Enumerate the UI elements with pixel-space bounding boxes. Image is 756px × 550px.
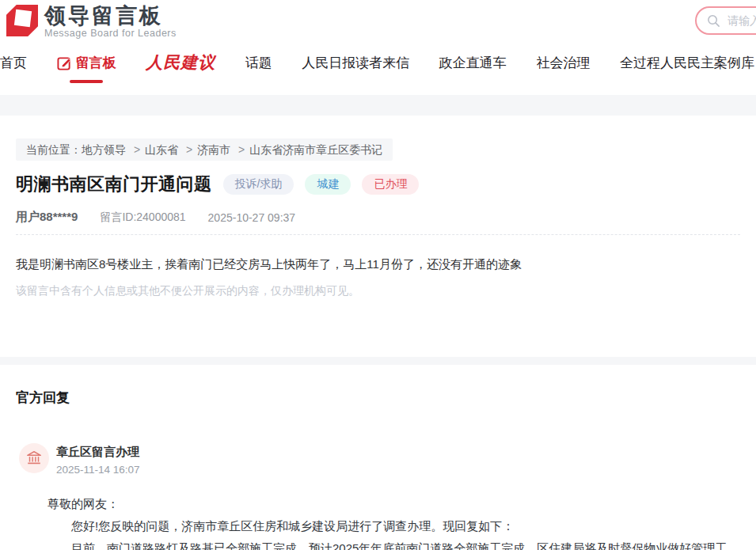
- nav-item-topics[interactable]: 话题: [245, 54, 272, 74]
- logo-square-icon: [6, 5, 38, 36]
- tag-status-handled: 已办理: [362, 174, 419, 195]
- breadcrumb-item-local-leaders[interactable]: 地方领导: [82, 143, 126, 156]
- nav-item-democracy-cases[interactable]: 全过程人民民主案例库: [620, 54, 754, 74]
- nav-label: 人民建议: [146, 51, 215, 74]
- reply-paragraph: 尊敬的网友：: [47, 493, 740, 515]
- nav-label: 人民日报读者来信: [302, 54, 409, 72]
- nav-label: 话题: [245, 54, 272, 72]
- message-title: 明澜书南区南门开通问题: [16, 173, 212, 196]
- message-detail: 当前位置：地方领导 >山东省 >济南市 >山东省济南市章丘区委书记 明澜书南区南…: [0, 116, 756, 298]
- search-input[interactable]: [728, 14, 756, 27]
- reply-author: 章丘区留言办理: [56, 445, 140, 460]
- site-logo[interactable]: 领导留言板 Message Board for Leaders: [6, 5, 756, 39]
- nav-label: 留言板: [76, 54, 116, 72]
- breadcrumb-item-district-secretary[interactable]: 山东省济南市章丘区委书记: [249, 143, 382, 156]
- avatar: [19, 443, 49, 473]
- government-building-icon: [25, 449, 43, 467]
- nav-item-gov-business[interactable]: 政企直通车: [439, 54, 507, 74]
- nav-item-home[interactable]: 首页: [0, 54, 27, 74]
- nav-label: 社会治理: [536, 54, 590, 72]
- nav-item-social-governance[interactable]: 社会治理: [536, 54, 590, 74]
- message-body: 我是明澜书南区8号楼业主，挨着南门已经交房马上快两年了，马上11月份了，还没有开…: [16, 255, 740, 274]
- breadcrumb: 当前位置：地方领导 >山东省 >济南市 >山东省济南市章丘区委书记: [16, 138, 393, 161]
- breadcrumb-item-province[interactable]: 山东省: [145, 143, 178, 156]
- nav-label: 首页: [0, 54, 27, 72]
- reply-section-title: 官方回复: [16, 389, 740, 407]
- tag-field-urban-construction: 城建: [305, 174, 351, 195]
- tag-complaint-type: 投诉/求助: [223, 174, 294, 195]
- privacy-note: 该留言中含有个人信息或其他不便公开展示的内容，仅办理机构可见。: [16, 284, 740, 298]
- breadcrumb-separator: >: [186, 143, 192, 156]
- message-timestamp: 2025-10-27 09:37: [208, 211, 296, 224]
- breadcrumb-separator: >: [238, 143, 245, 156]
- dashed-divider: [16, 234, 740, 235]
- reply-paragraph: 目前，南门道路路灯及路基已全部施工完成，预计2025年年底前南门道路全部施工完成…: [47, 537, 740, 550]
- nav-label: 全过程人民民主案例库: [620, 54, 754, 72]
- nav-item-people-suggestions[interactable]: 人民建议: [146, 51, 215, 75]
- breadcrumb-item-city[interactable]: 济南市: [197, 143, 230, 156]
- divider-band: [0, 95, 756, 116]
- reply-item: 章丘区留言办理 2025-11-14 16:07 尊敬的网友： 您好!您反映的问…: [16, 443, 740, 550]
- search-icon: [706, 13, 721, 28]
- message-username: 用户88****9: [16, 210, 78, 225]
- official-reply-section: 官方回复 章丘区留言办理 2025-11-14 16:07 尊敬的网友： 您好!…: [0, 389, 756, 550]
- breadcrumb-prefix: 当前位置：: [26, 143, 82, 156]
- nav-item-reader-letters[interactable]: 人民日报读者来信: [302, 54, 409, 74]
- edit-pen-icon: [57, 55, 72, 70]
- nav-label: 政企直通车: [439, 54, 507, 72]
- site-header: 领导留言板 Message Board for Leaders: [0, 0, 756, 41]
- logo-subtitle: Message Board for Leaders: [44, 28, 177, 39]
- search-box[interactable]: [695, 6, 756, 35]
- nav-item-message-board[interactable]: 留言板: [57, 54, 116, 74]
- reply-timestamp: 2025-11-14 16:07: [56, 464, 140, 476]
- message-id: 留言ID:24000081: [100, 211, 185, 225]
- logo-title: 领导留言板: [44, 5, 177, 27]
- reply-body: 尊敬的网友： 您好!您反映的问题，济南市章丘区住房和城乡建设局进行了调查办理。现…: [47, 493, 740, 550]
- main-nav: 首页 留言板 人民建议 话题 人民日报读者来信 政企直通车 社会治理 全过程人民…: [0, 43, 756, 84]
- section-divider-band: [0, 357, 756, 365]
- message-meta: 用户88****9 留言ID:24000081 2025-10-27 09:37: [16, 210, 740, 225]
- breadcrumb-separator: >: [134, 143, 140, 156]
- reply-paragraph: 您好!您反映的问题，济南市章丘区住房和城乡建设局进行了调查办理。现回复如下：: [47, 515, 740, 537]
